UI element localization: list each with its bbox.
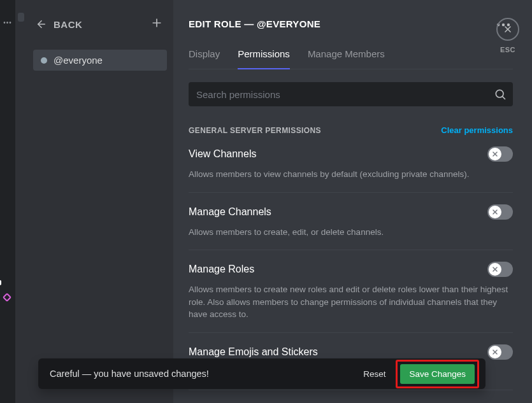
- arrow-left-icon: [36, 18, 47, 30]
- toggle-knob: [489, 206, 501, 218]
- close-label: ESC: [500, 46, 515, 53]
- x-icon: [491, 265, 499, 273]
- toggle-knob: [489, 263, 501, 276]
- toggle-knob: [489, 346, 501, 358]
- plus-icon: [150, 17, 163, 29]
- search-input[interactable]: [189, 82, 513, 106]
- permission-manage-roles: Manage Roles Allows members to create ne…: [189, 250, 513, 333]
- clear-permissions-link[interactable]: Clear permissions: [441, 125, 513, 135]
- close-wrap: ESC: [496, 18, 519, 53]
- x-icon: [491, 348, 499, 356]
- search-wrap: [189, 82, 513, 106]
- permission-name: View Channels: [189, 148, 256, 160]
- toggle-view-channels[interactable]: [487, 146, 513, 162]
- permission-desc: Allows members to create new roles and e…: [189, 283, 513, 321]
- role-item-everyone[interactable]: @everyone: [33, 50, 167, 71]
- svg-line-7: [503, 97, 505, 99]
- permission-view-channels: View Channels Allows members to view cha…: [189, 135, 513, 193]
- search-icon: [494, 88, 507, 103]
- close-button[interactable]: [496, 18, 519, 41]
- permission-desc: Allows members to view channels by defau…: [189, 168, 513, 181]
- role-color-dot: [41, 57, 47, 64]
- permission-name: Manage Channels: [189, 206, 271, 218]
- back-label: BACK: [54, 19, 82, 30]
- server-rail: •••: [0, 0, 15, 403]
- role-name: @everyone: [54, 55, 103, 66]
- roles-sidebar: BACK @everyone: [27, 0, 173, 403]
- tab-manage-members[interactable]: Manage Members: [308, 48, 385, 69]
- channel-rail: [15, 0, 27, 403]
- tabs: Display Permissions Manage Members: [189, 48, 513, 69]
- permission-name: Manage Emojis and Stickers: [189, 346, 318, 358]
- close-icon: [503, 24, 513, 34]
- rail-active-pill: [0, 280, 1, 285]
- toast-message: Careful — you have unsaved changes!: [50, 369, 209, 379]
- rail-placeholder: [18, 13, 24, 22]
- tab-display[interactable]: Display: [189, 48, 220, 69]
- svg-point-6: [496, 90, 503, 97]
- reset-button[interactable]: Reset: [363, 369, 385, 379]
- permission-desc: Allows members to create, edit, or delet…: [189, 226, 513, 239]
- x-icon: [491, 150, 499, 158]
- unsaved-changes-toast: Careful — you have unsaved changes! Rese…: [38, 358, 485, 389]
- main-panel: EDIT ROLE — @EVERYONE Display Permission…: [173, 0, 532, 403]
- back-button[interactable]: BACK: [36, 18, 82, 30]
- x-icon: [491, 208, 499, 216]
- page-title: EDIT ROLE — @EVERYONE: [189, 18, 320, 29]
- permission-manage-channels: Manage Channels Allows members to create…: [189, 193, 513, 251]
- toggle-knob: [489, 148, 501, 160]
- section-title: GENERAL SERVER PERMISSIONS: [189, 126, 321, 135]
- tab-permissions[interactable]: Permissions: [238, 48, 290, 69]
- rail-indicator: •••: [3, 19, 12, 26]
- save-highlight: Save Changes: [396, 360, 479, 388]
- permission-name: Manage Roles: [189, 264, 254, 275]
- toggle-manage-emojis[interactable]: [487, 344, 513, 360]
- toggle-manage-roles[interactable]: [487, 262, 513, 277]
- nitro-gem-icon: [3, 293, 11, 302]
- toggle-manage-channels[interactable]: [487, 204, 513, 220]
- add-role-button[interactable]: [150, 17, 163, 32]
- save-changes-button[interactable]: Save Changes: [400, 364, 475, 384]
